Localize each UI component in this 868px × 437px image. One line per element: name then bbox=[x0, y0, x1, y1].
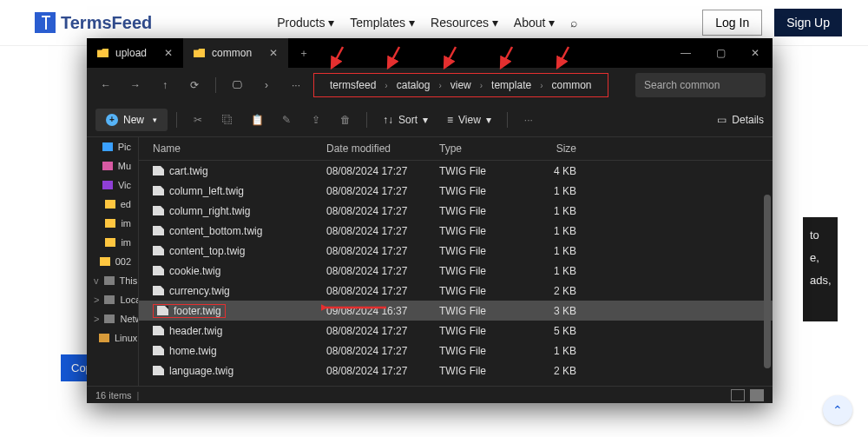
file-explorer-window: upload ✕ common ✕ ＋ — ▢ ✕ ← → ↑ ⟳ 🖵 › ··… bbox=[87, 38, 773, 403]
close-icon[interactable]: ✕ bbox=[269, 47, 278, 59]
column-headers: Name Date modified Type Size bbox=[139, 137, 773, 161]
scroll-to-top-button[interactable]: ⌃ bbox=[823, 395, 852, 425]
more-icon[interactable]: ··· bbox=[516, 114, 541, 126]
view-mode-list[interactable] bbox=[731, 389, 745, 401]
column-date[interactable]: Date modified bbox=[321, 141, 434, 156]
close-icon[interactable]: ✕ bbox=[164, 47, 173, 59]
file-row[interactable]: header.twig08/08/2024 17:27TWIG File5 KB bbox=[139, 321, 773, 341]
search-input[interactable]: Search common bbox=[635, 73, 766, 97]
file-row[interactable]: cart.twig08/08/2024 17:27TWIG File4 KB bbox=[139, 161, 773, 181]
file-row[interactable]: content_top.twig08/08/2024 17:27TWIG Fil… bbox=[139, 241, 773, 261]
breadcrumb-highlight: termsfeed› catalog› view› template› comm… bbox=[313, 73, 608, 97]
file-row[interactable]: maintenance.twig08/08/2024 17:27TWIG Fil… bbox=[139, 381, 773, 386]
copy-icon[interactable]: ⿻ bbox=[215, 114, 240, 126]
nav-item[interactable]: Linux bbox=[87, 328, 138, 348]
tab-label: upload bbox=[115, 47, 147, 59]
cut-icon[interactable]: ✂ bbox=[186, 114, 210, 126]
nav-resources[interactable]: Resources ▾ bbox=[431, 16, 498, 30]
file-row[interactable]: language.twig08/08/2024 17:27TWIG File2 … bbox=[139, 361, 773, 381]
minimize-button[interactable]: — bbox=[668, 38, 703, 68]
file-row[interactable]: cookie.twig08/08/2024 17:27TWIG File1 KB bbox=[139, 261, 773, 281]
nav-item[interactable]: >Netw bbox=[87, 309, 138, 328]
nav-item[interactable]: 002 bbox=[87, 252, 138, 271]
nav-item[interactable]: >Loca bbox=[87, 290, 138, 309]
nav-products[interactable]: Products ▾ bbox=[277, 16, 334, 30]
more-icon[interactable]: ··· bbox=[284, 73, 308, 97]
plus-icon: + bbox=[106, 114, 118, 126]
paste-icon[interactable]: 📋 bbox=[245, 114, 269, 126]
details-button[interactable]: ▭ Details bbox=[717, 114, 764, 126]
nav-item[interactable]: im bbox=[87, 214, 138, 233]
logo-mark bbox=[35, 12, 56, 33]
monitor-icon[interactable]: 🖵 bbox=[225, 73, 249, 97]
breadcrumb-segment[interactable]: catalog bbox=[397, 79, 431, 91]
login-button[interactable]: Log In bbox=[702, 10, 762, 36]
scrollbar-thumb[interactable] bbox=[764, 195, 771, 368]
file-row[interactable]: home.twig08/08/2024 17:27TWIG File1 KB bbox=[139, 341, 773, 361]
refresh-button[interactable]: ⟳ bbox=[182, 73, 207, 97]
nav-templates[interactable]: Templates ▾ bbox=[350, 16, 415, 30]
termsfeed-logo[interactable]: TermsFeed bbox=[35, 12, 152, 33]
column-type[interactable]: Type bbox=[434, 141, 521, 156]
signup-button[interactable]: Sign Up bbox=[774, 9, 842, 36]
logo-text: TermsFeed bbox=[61, 13, 152, 33]
folder-icon bbox=[97, 49, 108, 57]
new-tab-button[interactable]: ＋ bbox=[288, 46, 319, 61]
web-nav: Products ▾ Templates ▾ Resources ▾ About… bbox=[277, 16, 577, 30]
annotation-arrow bbox=[321, 301, 391, 315]
file-row[interactable]: column_left.twig08/08/2024 17:27TWIG Fil… bbox=[139, 181, 773, 201]
breadcrumb-segment[interactable]: common bbox=[551, 79, 591, 91]
dark-box: toe,ads, bbox=[803, 217, 838, 321]
maximize-button[interactable]: ▢ bbox=[703, 38, 738, 68]
nav-item[interactable]: Vic bbox=[87, 175, 138, 195]
column-size[interactable]: Size bbox=[521, 141, 582, 156]
share-icon[interactable]: ⇪ bbox=[304, 114, 328, 126]
file-row[interactable]: currency.twig08/08/2024 17:27TWIG File2 … bbox=[139, 281, 773, 301]
tab-upload[interactable]: upload ✕ bbox=[87, 38, 183, 68]
up-button[interactable]: ↑ bbox=[153, 73, 177, 97]
file-row[interactable]: column_right.twig08/08/2024 17:27TWIG Fi… bbox=[139, 201, 773, 221]
search-placeholder: Search common bbox=[644, 79, 720, 91]
nav-item[interactable]: Mu bbox=[87, 156, 138, 175]
sort-button[interactable]: ↑↓ Sort ▾ bbox=[376, 114, 435, 126]
new-button[interactable]: + New ▾ bbox=[95, 109, 168, 131]
search-icon[interactable]: ⌕ bbox=[570, 16, 577, 30]
breadcrumb-segment[interactable]: template bbox=[491, 79, 531, 91]
breadcrumb-segment[interactable]: view bbox=[450, 79, 471, 91]
breadcrumb-chevron[interactable]: › bbox=[254, 73, 279, 97]
column-name[interactable]: Name bbox=[148, 141, 321, 156]
tab-common[interactable]: common ✕ bbox=[183, 38, 288, 68]
delete-icon[interactable]: 🗑 bbox=[333, 114, 358, 126]
status-text: 16 items bbox=[95, 390, 132, 401]
breadcrumb: termsfeed› catalog› view› template› comm… bbox=[323, 77, 599, 93]
back-button[interactable]: ← bbox=[94, 73, 118, 97]
nav-item[interactable]: vThis P bbox=[87, 271, 138, 290]
forward-button[interactable]: → bbox=[123, 73, 148, 97]
tab-label: common bbox=[212, 47, 252, 59]
file-row[interactable]: footer.twig09/08/2024 16:37TWIG File3 KB bbox=[139, 301, 773, 321]
close-window-button[interactable]: ✕ bbox=[738, 38, 773, 68]
navigation-pane: PicMuVicedimim002vThis P>Loca>NetwLinux bbox=[87, 137, 139, 386]
nav-item[interactable]: im bbox=[87, 233, 138, 252]
rename-icon[interactable]: ✎ bbox=[274, 114, 299, 126]
view-button[interactable]: ≡ View ▾ bbox=[440, 114, 498, 126]
nav-item[interactable]: Pic bbox=[87, 137, 138, 156]
breadcrumb-segment[interactable]: termsfeed bbox=[330, 79, 376, 91]
nav-about[interactable]: About ▾ bbox=[514, 16, 555, 30]
view-mode-details[interactable] bbox=[750, 389, 764, 401]
nav-item[interactable]: ed bbox=[87, 195, 138, 214]
file-row[interactable]: content_bottom.twig08/08/2024 17:27TWIG … bbox=[139, 221, 773, 241]
file-list: cart.twig08/08/2024 17:27TWIG File4 KBco… bbox=[139, 161, 773, 386]
folder-icon bbox=[194, 49, 205, 57]
